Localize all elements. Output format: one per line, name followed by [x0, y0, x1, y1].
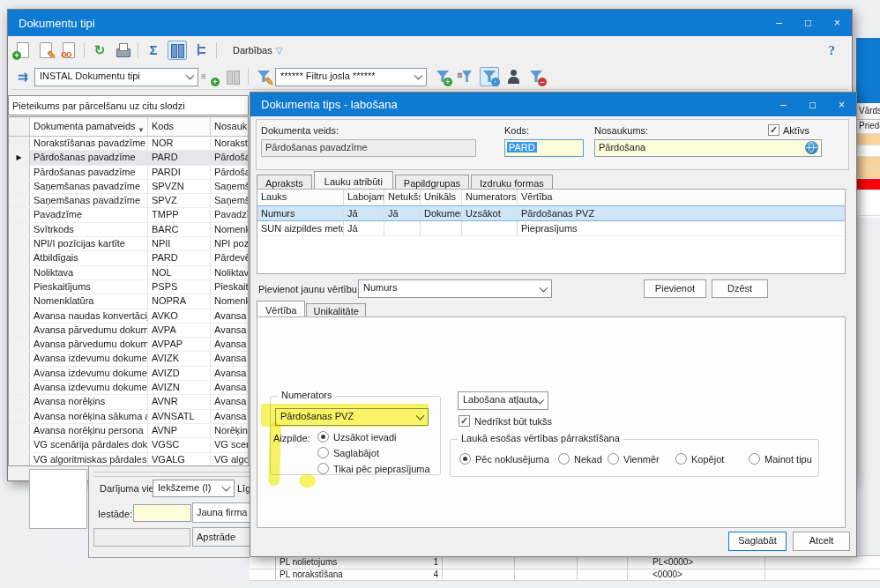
filter-select[interactable]: ****** Filtru josla ****** [275, 68, 427, 86]
columns-config-icon[interactable] [224, 68, 242, 86]
attr-column-header[interactable]: Vērtība [518, 190, 845, 205]
table-row[interactable]: Avansa naudas konvertācijas ...AVKOAvans… [9, 309, 248, 324]
table-row[interactable]: SvītrkodsBARCNomenkla [9, 223, 248, 237]
attr-column-header[interactable]: Unikāls [421, 190, 462, 205]
quick-search-input[interactable]: Pieteikums par pārcelšanu uz citu slodzi [8, 95, 249, 115]
darijuma-vieta-select[interactable]: Iekšzeme (I) [153, 480, 235, 497]
dialog-titlebar[interactable]: Dokumenta tips - labošana – □ × [250, 93, 856, 116]
cell-kods: AVKO [148, 309, 211, 323]
globe-icon[interactable] [805, 141, 818, 154]
save-button[interactable]: Saglabāt [728, 532, 787, 551]
table-row[interactable]: NPI/I pozīcijas kartīteNPIINPI pozīcij [9, 237, 248, 251]
actions-dropdown[interactable]: Darbības▽ [233, 45, 282, 56]
print-icon[interactable] [114, 41, 131, 59]
nedrikst-checkbox[interactable]: ✓ [459, 415, 470, 427]
table-row[interactable]: PieskaitījumsPSPSPieskaitīju [9, 280, 248, 294]
help-icon[interactable]: ? [829, 43, 836, 58]
view-record-icon[interactable]: oo [60, 41, 78, 59]
table-row[interactable]: ▶Pārdošanas pavadzīmePARDPārdošana [9, 151, 248, 165]
attr-table-row[interactable]: SUN aizpildes metodeJāPieprasījums [257, 221, 845, 236]
labosana-select[interactable]: Labošana atļauta [458, 391, 548, 410]
table-row[interactable]: Avansa pārvedumu dokumentsAVPAAvansa pā [9, 324, 248, 338]
aktivs-checkbox[interactable]: ✓ [768, 124, 779, 136]
minimize-button[interactable]: – [764, 10, 794, 36]
toolbar-separator [216, 42, 217, 58]
filter-add-icon[interactable]: + [434, 68, 451, 86]
radio-option[interactable]: Kopējot [675, 453, 724, 465]
attr-column-header[interactable]: Lauks [257, 190, 344, 205]
table-row[interactable]: Avansa izdevumu dokumentsAVIZDAvansa iz [9, 367, 248, 381]
cancel-button[interactable]: Atcelt [793, 532, 850, 551]
main-window-titlebar[interactable]: Dokumentu tipi – □ × [8, 10, 852, 36]
radio-option[interactable]: Uzsākot ievadi [317, 431, 430, 443]
table-row[interactable]: Avansa izdevumu dokumentsAVIZKAvansa iz [9, 352, 248, 366]
edit-record-icon[interactable]: ✎ [37, 41, 55, 59]
status-input[interactable] [93, 528, 190, 547]
veids-label: Dokumenta veids: [261, 125, 339, 136]
attr-column-header[interactable]: Netukšs [384, 190, 421, 205]
radio-option[interactable]: Saglabājot [317, 447, 430, 458]
attr-column-header[interactable]: Labojams [344, 190, 384, 205]
table-row[interactable]: Saņemšanas pavadzīmeSPVZNSaņemšan [9, 180, 248, 194]
maximize-button[interactable]: □ [794, 10, 823, 36]
row-selector: ▶ [9, 151, 30, 164]
add-button[interactable]: Pievienot [644, 279, 706, 298]
filter-edit-icon[interactable]: ✎ [255, 68, 272, 86]
numerators-select[interactable]: Pārdošanas PVZ [275, 408, 429, 426]
table-row[interactable]: Saņemšanas pavadzīmeSPVZSaņemšan [9, 194, 248, 208]
table-row[interactable]: Avansa norēķinsAVNRAvansa no [9, 395, 248, 409]
dialog-minimize-button[interactable]: – [769, 93, 798, 116]
table-row[interactable]: VG algoritmiskas pārdales doku...VGALGVG… [9, 453, 248, 466]
column-header-kods[interactable]: Kods [148, 117, 211, 136]
iestade-input[interactable] [133, 504, 191, 522]
background-row [856, 145, 880, 157]
add-value-select[interactable]: Numurs [358, 279, 552, 298]
kods-input[interactable]: PARD [504, 139, 584, 157]
filter-sort-icon[interactable]: ▼ [138, 122, 145, 136]
add-view-icon[interactable]: ≡+ [201, 68, 219, 86]
attr-column-header[interactable]: Numerators [462, 190, 518, 205]
dialog-close-button[interactable]: × [827, 93, 856, 116]
sum-icon[interactable]: Σ [145, 41, 162, 59]
nosaukums-input[interactable]: Pārdošana [594, 139, 822, 157]
dialog-maximize-button[interactable]: □ [798, 93, 827, 116]
table-row[interactable]: Avansa izdevumu dokumentsAVIZNAvansa iz [9, 381, 248, 395]
grid-header: Dokumenta pamatveids ▼ Kods Nosaukums [9, 117, 248, 137]
delete-button[interactable]: Dzēst [712, 279, 768, 298]
export-view-icon[interactable]: ⇉ [14, 68, 32, 86]
table-row[interactable]: Avansa norēķinu personaAVNPNorēķinu [9, 424, 248, 438]
refresh-icon[interactable]: ↻ [91, 41, 108, 59]
filter-apply-icon[interactable]: ≣ [457, 68, 474, 86]
close-button[interactable]: × [823, 10, 852, 36]
filter-auto-icon[interactable]: · [480, 67, 499, 86]
attr-table-row[interactable]: NumursJāJāDokumentUzsākotPārdošanas PVZ [257, 205, 845, 221]
row-selector [250, 557, 276, 569]
table-row[interactable]: NoliktavaNOLNoliktava [9, 266, 248, 280]
radio-option[interactable]: Mainot tipu [749, 453, 812, 465]
radio-option[interactable]: Nekad [558, 453, 602, 465]
table-row[interactable]: Avansa norēķina sākuma atlikumsAVNSATLAv… [9, 410, 248, 424]
table-row[interactable]: Norakstīšanas pavadzīmeNORNorakstīša [9, 137, 248, 151]
firma-box[interactable]: Jauna firma b [192, 502, 251, 523]
radio-option[interactable]: Pēc noklusējuma [459, 453, 549, 465]
tree-view-icon[interactable] [192, 41, 210, 59]
table-row[interactable]: Avansa pārvedumu dokumentsAVPAPAvansa pā [9, 338, 248, 352]
columns-view-icon[interactable] [168, 41, 187, 60]
radio-option[interactable]: Tikai pēc pieprasījuma [317, 463, 430, 474]
new-record-icon[interactable]: + [14, 41, 32, 59]
table-row[interactable]: Pārdošanas pavadzīmePARDIPārdošana [9, 166, 248, 180]
apstrade-box[interactable]: Apstrāde [192, 527, 251, 547]
table-row[interactable]: AtbildīgaisPARDPārdevējs [9, 251, 248, 265]
radio-label: Saglabājot [333, 448, 379, 458]
column-header-nosaukums[interactable]: Nosaukums [211, 117, 248, 136]
filter-clear-icon[interactable]: – [527, 68, 545, 86]
radio-button [317, 431, 329, 443]
radio-option[interactable]: Vienmēr [608, 453, 660, 465]
table-row[interactable]: VG scenārija pārdales dokumentsVGSCVG sc… [9, 438, 248, 452]
view-select[interactable]: INSTAL Dokumentu tipi [34, 68, 198, 86]
column-header-pamatveids[interactable]: Dokumenta pamatveids ▼ [30, 117, 148, 136]
table-row[interactable]: PavadzīmeTMPPPavadzīme [9, 208, 248, 222]
user-filter-icon[interactable] [504, 68, 522, 86]
table-row[interactable]: NomenklatūraNOPRANomenkla [9, 294, 248, 309]
cell-nosaukums: NPI pozīcij [211, 237, 248, 250]
